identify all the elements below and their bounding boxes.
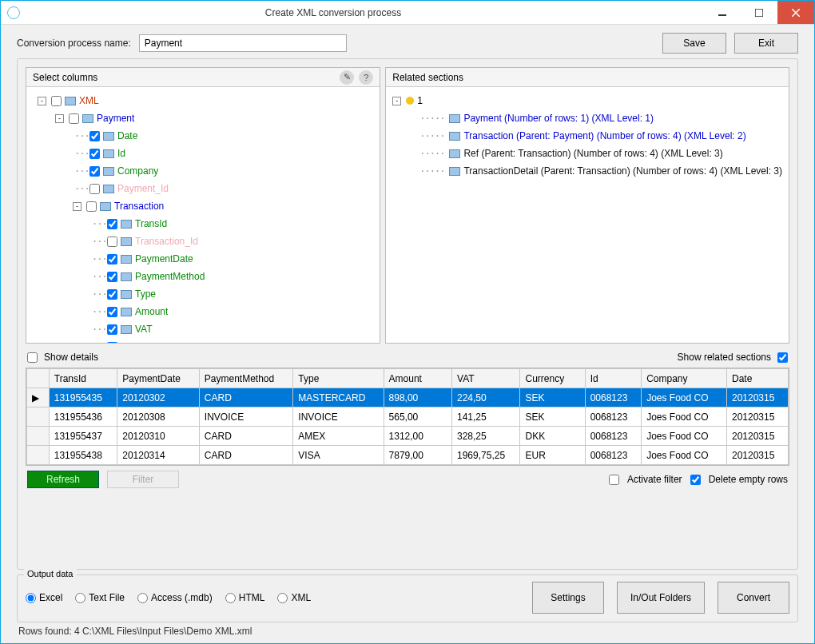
cell[interactable]: CARD xyxy=(199,446,293,465)
process-name-input[interactable] xyxy=(139,34,347,52)
output-option[interactable]: XML xyxy=(277,592,311,603)
output-radio[interactable] xyxy=(75,593,85,603)
output-option[interactable]: Text File xyxy=(75,592,125,603)
tree-node[interactable]: ····Currency xyxy=(30,338,376,343)
cell[interactable]: Joes Food CO xyxy=(642,388,727,407)
close-button[interactable] xyxy=(777,1,814,24)
tree-checkbox[interactable] xyxy=(89,149,100,159)
cell[interactable]: CARD xyxy=(199,388,293,407)
tree-checkbox[interactable] xyxy=(86,201,97,212)
exit-button[interactable]: Exit xyxy=(734,33,798,54)
inout-folders-button[interactable]: In/Out Folders xyxy=(617,582,705,614)
columns-tree[interactable]: -XML-Payment····Date····Id····Company···… xyxy=(26,87,380,343)
tree-node[interactable]: ····PaymentDate xyxy=(30,250,376,268)
tree-toggle[interactable]: - xyxy=(38,97,46,105)
cell[interactable]: CARD xyxy=(199,427,293,446)
cell[interactable]: 224,50 xyxy=(452,388,520,407)
row-header[interactable] xyxy=(27,427,50,446)
related-tree[interactable]: - 1····· Payment (Number of rows: 1) (XM… xyxy=(386,87,789,185)
tree-node[interactable]: ····VAT xyxy=(30,320,376,338)
cell[interactable]: 898,00 xyxy=(384,388,451,407)
cell[interactable]: 20120315 xyxy=(727,427,789,446)
settings-button[interactable]: Settings xyxy=(532,582,604,614)
tree-node[interactable]: ····Amount xyxy=(30,303,376,320)
cell[interactable]: Joes Food CO xyxy=(642,427,727,446)
maximize-button[interactable] xyxy=(741,1,777,24)
output-option[interactable]: Excel xyxy=(26,592,62,603)
tree-node[interactable]: ····PaymentMethod xyxy=(30,268,376,285)
cell[interactable]: 1312,00 xyxy=(384,427,451,446)
cell[interactable]: INVOICE xyxy=(199,407,293,427)
tree-checkbox[interactable] xyxy=(107,342,117,344)
output-radio[interactable] xyxy=(26,593,36,603)
cell[interactable]: 0068123 xyxy=(585,427,642,446)
filter-button[interactable]: Filter xyxy=(107,471,179,488)
convert-button[interactable]: Convert xyxy=(718,582,789,614)
save-button[interactable]: Save xyxy=(662,33,726,54)
related-item[interactable]: ····· Transaction (Parent: Payment) (Num… xyxy=(392,127,782,145)
cell[interactable]: 131955435 xyxy=(49,388,117,407)
cell[interactable]: 1969,75,25 xyxy=(452,446,520,465)
tree-checkbox[interactable] xyxy=(107,324,117,335)
column-header[interactable]: TransId xyxy=(49,369,117,388)
cell[interactable]: 20120315 xyxy=(727,407,789,427)
output-option[interactable]: HTML xyxy=(225,592,265,603)
output-radio[interactable] xyxy=(137,593,148,603)
tree-node[interactable]: ····Company xyxy=(30,162,376,180)
refresh-button[interactable]: Refresh xyxy=(27,471,99,488)
cell[interactable]: AMEX xyxy=(293,427,384,446)
cell[interactable]: INVOICE xyxy=(293,407,384,427)
tree-checkbox[interactable] xyxy=(89,166,100,177)
cell[interactable]: Joes Food CO xyxy=(642,446,727,465)
tree-node[interactable]: ····TransId xyxy=(30,215,376,233)
cell[interactable]: 20120310 xyxy=(117,427,200,446)
cell[interactable]: 20120308 xyxy=(117,407,200,427)
tree-checkbox[interactable] xyxy=(107,237,117,247)
cell[interactable]: 0068123 xyxy=(585,446,642,465)
tree-node[interactable]: ····Type xyxy=(30,285,376,303)
cell[interactable]: VISA xyxy=(293,446,384,465)
cell[interactable]: MASTERCARD xyxy=(293,388,384,407)
cell[interactable]: 141,25 xyxy=(452,407,520,427)
column-header[interactable]: PaymentDate xyxy=(117,369,200,388)
column-header[interactable]: PaymentMethod xyxy=(199,369,293,388)
cell[interactable]: EUR xyxy=(520,446,585,465)
table-row[interactable]: 13195543720120310CARDAMEX1312,00328,25DK… xyxy=(27,427,789,446)
cell[interactable]: 20120315 xyxy=(727,388,789,407)
tree-checkbox[interactable] xyxy=(107,307,117,317)
column-header[interactable]: Currency xyxy=(520,369,585,388)
tree-node[interactable]: ····Transaction_Id xyxy=(30,233,376,250)
wand-icon[interactable]: ✎ xyxy=(340,70,354,85)
tree-node[interactable]: ····Date xyxy=(30,127,376,145)
column-header[interactable]: VAT xyxy=(452,369,520,388)
tree-node[interactable]: -Transaction xyxy=(30,197,376,215)
related-item[interactable]: ····· TransactionDetail (Parent: Transac… xyxy=(392,162,782,180)
tree-node[interactable]: ····Id xyxy=(30,145,376,162)
column-header[interactable]: Company xyxy=(642,369,727,388)
tree-checkbox[interactable] xyxy=(89,184,100,194)
cell[interactable]: SEK xyxy=(520,407,585,427)
minimize-button[interactable] xyxy=(704,1,741,24)
cell[interactable]: SEK xyxy=(520,388,585,407)
cell[interactable]: 7879,00 xyxy=(384,446,451,465)
row-header[interactable] xyxy=(27,407,50,427)
row-header[interactable]: ▶ xyxy=(27,388,50,407)
tree-toggle[interactable]: - xyxy=(55,114,64,123)
related-root[interactable]: - 1 xyxy=(392,92,782,109)
cell[interactable]: 20120302 xyxy=(117,388,200,407)
data-grid[interactable]: TransIdPaymentDatePaymentMethodTypeAmoun… xyxy=(26,368,789,465)
column-header[interactable]: Type xyxy=(293,369,384,388)
show-details-checkbox[interactable] xyxy=(27,352,38,363)
column-header[interactable]: Date xyxy=(727,369,789,388)
tree-checkbox[interactable] xyxy=(89,131,100,141)
row-header[interactable] xyxy=(27,446,50,465)
delete-empty-checkbox[interactable] xyxy=(690,475,701,485)
cell[interactable]: 131955437 xyxy=(49,427,117,446)
cell[interactable]: 131955436 xyxy=(49,407,117,427)
cell[interactable]: 20120315 xyxy=(727,446,789,465)
cell[interactable]: 0068123 xyxy=(585,407,642,427)
table-row[interactable]: 13195543620120308INVOICEINVOICE565,00141… xyxy=(27,407,789,427)
tree-checkbox[interactable] xyxy=(107,272,117,282)
tree-toggle[interactable]: - xyxy=(73,202,82,211)
tree-checkbox[interactable] xyxy=(107,289,117,300)
